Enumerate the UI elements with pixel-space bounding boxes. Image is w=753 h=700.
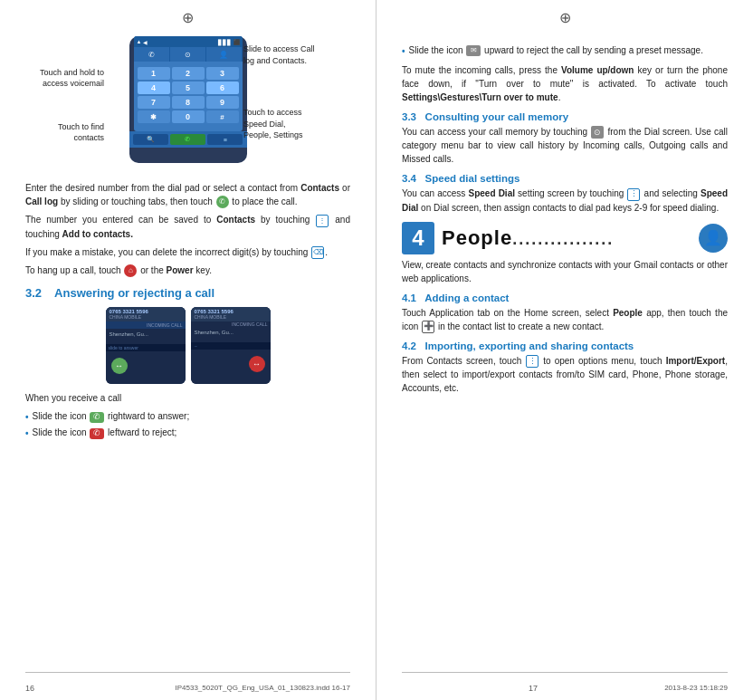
footer-file-left: IP4533_5020T_QG_Eng_USA_01_130823.indd 1… [176,684,351,693]
key-7: 7 [138,96,170,109]
reject-slide-icon: ✆ [90,428,104,439]
call-icon: ✆ [185,136,190,143]
bullet-answer: • Slide the icon ✆ rightward to answer; [25,409,350,424]
phone-diagram: Touch and hold to access voicemail Touch… [25,18,350,177]
page-number-left: 16 [25,684,34,693]
chapter-number: 4 [402,222,434,254]
call-operator-1: CHINA MOBILE [110,314,182,320]
options-menu-icon: ⋮ [526,355,539,368]
phone-status-bar: ▲◀ ▊▊▊⬛ [134,36,243,47]
section-4-1-body: Touch Application tab on the Home screen… [402,306,728,333]
call-screen-header-2: 0765 3321 5596 CHINA MOBILE [191,307,271,321]
speed-dial-icon: ⋮ [627,188,640,201]
call-operator-2: CHINA MOBILE [195,314,267,320]
call-screen-header-1: 0765 3321 5596 CHINA MOBILE [106,307,186,321]
page-number-right: 17 [529,684,538,693]
menu-inline-icon: ⋮ [316,215,329,227]
answer-slide-icon: ✆ [90,412,104,423]
phone-tab-dial: ✆ [134,47,170,62]
label-call-log: Slide to access Call log and Contacts. [243,43,350,66]
page-footer-right: 17 2013-8-23 15:18:29 [376,684,753,693]
footer-line-right [402,672,728,673]
preset-slide-icon: ✉ [466,45,481,56]
footer-line-left [25,672,350,673]
section-4-2-body: From Contacts screen, touch ⋮ to open op… [402,354,728,395]
key-1: 1 [138,67,170,80]
phone-tab-clock: ⊙ [170,47,206,62]
call-screenshots: 0765 3321 5596 CHINA MOBILE INCOMING CAL… [25,307,350,384]
phone-graphic: ▲◀ ▊▊▊⬛ ✆ ⊙ [129,27,247,163]
call-screen-1: 0765 3321 5596 CHINA MOBILE INCOMING CAL… [106,307,186,384]
phone-keypad: 1 2 3 4 5 6 7 8 9 ✱ 0 # [134,63,243,127]
people-icon: 👤 [699,224,728,253]
chapter-title: People................ [442,226,614,250]
key-2: 2 [172,67,205,80]
bullet-reject: • Slide the icon ✆ leftward to reject; [25,426,350,440]
answer-btn-1: ↔ [111,358,128,374]
phone-body: ▲◀ ▊▊▊⬛ ✆ ⊙ [129,36,247,163]
reg-mark-right: ⊕ [559,9,571,26]
phone-bottom-bar: 🔍 ✆ ≡ [129,131,247,148]
section-3-3-body: You can access your call memory by touch… [402,125,728,166]
call-screenshot-1: 0765 3321 5596 CHINA MOBILE INCOMING CAL… [106,307,186,384]
intro-text-2: The number you entered can be saved to C… [25,213,350,240]
menu-icon: ≡ [224,137,227,143]
footer-date-stamp: 2013-8-23 15:18:29 [664,684,728,693]
phone-btn-menu: ≡ [207,134,243,145]
key-3: 3 [206,67,239,80]
key-hash: # [206,110,239,123]
label-speed-dial: Touch to access Speed Dial, People, Sett… [243,107,350,141]
key-star: ✱ [138,110,170,123]
add-contact-icon: ➕ [422,321,434,333]
label-voicemail: Touch and hold to access voicemail [27,68,104,89]
page-container: ⊕ Touch and hold to access voicemail Tou… [0,0,753,700]
section-3-3-heading: 3.3 Consulting your call memory [402,111,728,122]
phone-screen: ▲◀ ▊▊▊⬛ ✆ ⊙ [134,36,243,131]
call-label-1: INCOMING CALL [106,321,186,329]
left-page: ⊕ Touch and hold to access voicemail Tou… [0,0,376,700]
section-3-4-body: You can access Speed Dial setting screen… [402,187,728,214]
section-3-2-heading: 3.2 Answering or rejecting a call [25,286,350,300]
label-find-contacts: Touch to find contacts [27,122,104,143]
call-buttons-1: ↔ [106,355,186,377]
key-9: 9 [206,96,239,109]
chapter-4-block: 4 People................ 👤 [402,222,728,254]
reject-btn-2: ↔ [249,356,265,372]
mute-text: To mute the incoming calls, press the Vo… [402,63,728,104]
section-4-2-heading: 4.2 Importing, exporting and sharing con… [402,340,728,351]
intro-text-4: To hang up a call, touch ⌂ or the Power … [25,264,350,277]
delete-icon-inline: ⌫ [311,246,324,259]
search-icon: 🔍 [147,136,155,143]
key-6: 6 [206,82,239,94]
bullet-preset-message: • Slide the icon ✉ upward to reject the … [402,43,728,58]
call-screenshot-2: 0765 3321 5596 CHINA MOBILE INCOMING CAL… [191,307,271,384]
section-4-1-heading: 4.1 Adding a contact [402,292,728,303]
phone-tabs: ✆ ⊙ 👤 [134,47,243,62]
phone-tab-person: 👤 [206,47,243,62]
end-call-icon: ⌂ [124,264,137,277]
key-5: 5 [172,82,205,94]
key-0: 0 [172,110,205,123]
phone-btn-call: ✆ [170,134,205,145]
call-memory-icon: ⊙ [591,126,604,139]
key-8: 8 [172,96,205,109]
call-buttons-2: ↔ [191,353,271,375]
call-screen-2: 0765 3321 5596 CHINA MOBILE INCOMING CAL… [191,307,271,384]
key-4: 4 [138,82,170,94]
when-receive-label: When you receive a call [25,391,350,405]
call-icon-inline: ✆ [216,196,229,208]
right-page: ⊕ • Slide the icon ✉ upward to reject th… [376,0,753,700]
section-3-4-heading: 3.4 Speed dial settings [402,173,728,184]
status-icons-right: ▊▊▊⬛ [218,39,240,45]
chapter-4-body: View, create contacts and synchronize co… [402,258,728,285]
intro-text-1: Enter the desired number from the dial p… [25,181,350,208]
phone-btn-search: 🔍 [133,134,168,145]
intro-text-3: If you make a mistake, you can delete th… [25,245,350,259]
status-icons: ▲◀ [137,39,148,45]
page-footer-left: 16 IP4533_5020T_QG_Eng_USA_01_130823.ind… [0,684,376,693]
